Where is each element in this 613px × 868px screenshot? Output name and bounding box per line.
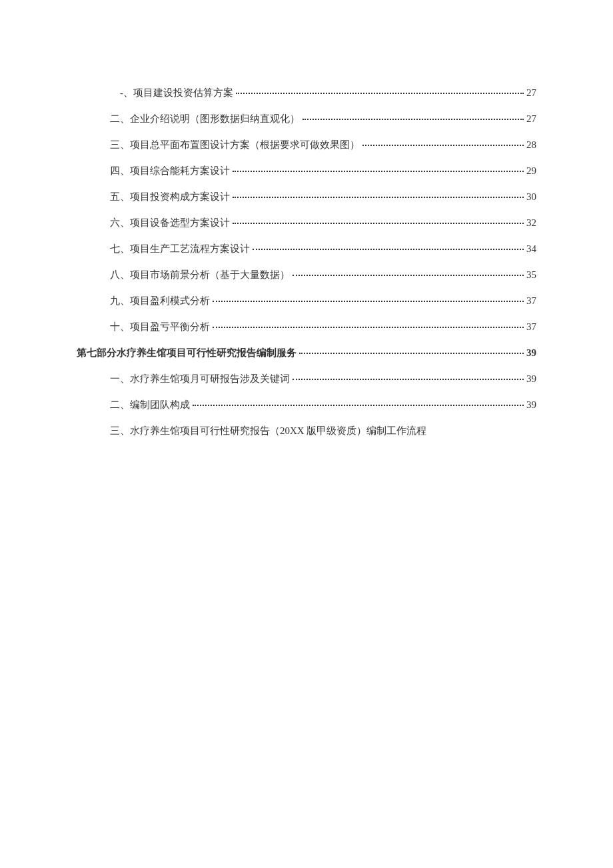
toc-entry-page: 34	[526, 243, 536, 255]
toc-entry-page: 39	[526, 399, 536, 411]
toc-entry: 三、水疗养生馆项目可行性研究报告（20XX 版甲级资质）编制工作流程	[77, 425, 536, 437]
toc-entry-page: 39	[526, 347, 536, 359]
toc-entry: 第七部分水疗养生馆项目可行性研究报告编制服务39	[77, 347, 536, 359]
toc-leader-dots	[213, 301, 524, 302]
toc-entry-text: 二、企业介绍说明（图形数据归纳直观化）	[110, 113, 300, 125]
toc-leader-dots	[193, 405, 524, 406]
toc-entry-page: 32	[526, 217, 536, 229]
toc-entry: -、项目建设投资估算方案27	[77, 87, 536, 99]
toc-entry-text: 四、项目综合能耗方案设计	[110, 165, 230, 177]
toc-entry-text: 三、项目总平面布置图设计方案（根据要求可做效果图）	[110, 139, 360, 151]
toc-entry-page: 37	[526, 321, 536, 333]
toc-entry-text: 第七部分水疗养生馆项目可行性研究报告编制服务	[77, 347, 297, 359]
toc-leader-dots	[362, 145, 524, 146]
toc-leader-dots	[303, 119, 524, 120]
toc-entry-text: 五、项目投资构成方案设计	[110, 191, 230, 203]
toc-entry-text: -、项目建设投资估算方案	[120, 87, 233, 99]
toc-leader-dots	[236, 93, 524, 94]
toc-entry-text: 二、编制团队构成	[110, 399, 190, 411]
toc-entry-text: 十、项目盈亏平衡分析	[110, 321, 210, 333]
toc-entry-text: 八、项目市场前景分析（基于大量数据）	[110, 269, 290, 281]
toc-leader-dots	[293, 379, 524, 380]
toc-entry-text: 七、项目生产工艺流程方案设计	[110, 243, 250, 255]
toc-entry: 七、项目生产工艺流程方案设计34	[77, 243, 536, 255]
toc-entry: 二、编制团队构成39	[77, 399, 536, 411]
toc-entry-page: 28	[526, 139, 536, 151]
toc-entry: 一、水疗养生馆项月可研报告涉及关键词39	[77, 373, 536, 385]
toc-entry: 六、项目设备选型方案设计32	[77, 217, 536, 229]
toc-leader-dots	[299, 353, 524, 354]
toc-entry: 八、项目市场前景分析（基于大量数据）35	[77, 269, 536, 281]
toc-entry-page: 27	[526, 113, 536, 125]
toc-entry-page: 27	[526, 87, 536, 99]
toc-entry: 九、项目盈利模式分析37	[77, 295, 536, 307]
toc-entry: 十、项目盈亏平衡分析37	[77, 321, 536, 333]
toc-entry-page: 30	[526, 191, 536, 203]
toc-entry-page: 35	[526, 269, 536, 281]
toc-entry-page: 37	[526, 295, 536, 307]
toc-leader-dots	[293, 275, 524, 276]
toc-leader-dots	[213, 327, 524, 328]
toc-entry-text: 一、水疗养生馆项月可研报告涉及关键词	[110, 373, 290, 385]
table-of-contents: -、项目建设投资估算方案27二、企业介绍说明（图形数据归纳直观化）27三、项目总…	[77, 87, 536, 437]
toc-entry-page: 39	[526, 373, 536, 385]
toc-entry-text: 六、项目设备选型方案设计	[110, 217, 230, 229]
toc-entry: 二、企业介绍说明（图形数据归纳直观化）27	[77, 113, 536, 125]
toc-entry: 三、项目总平面布置图设计方案（根据要求可做效果图）28	[77, 139, 536, 151]
toc-entry: 四、项目综合能耗方案设计29	[77, 165, 536, 177]
toc-leader-dots	[233, 171, 524, 172]
toc-leader-dots	[253, 249, 524, 250]
toc-entry: 五、项目投资构成方案设计30	[77, 191, 536, 203]
toc-entry-text: 九、项目盈利模式分析	[110, 295, 210, 307]
toc-leader-dots	[233, 197, 524, 198]
toc-leader-dots	[233, 223, 524, 224]
toc-entry-text: 三、水疗养生馆项目可行性研究报告（20XX 版甲级资质）编制工作流程	[110, 425, 426, 437]
toc-entry-page: 29	[526, 165, 536, 177]
